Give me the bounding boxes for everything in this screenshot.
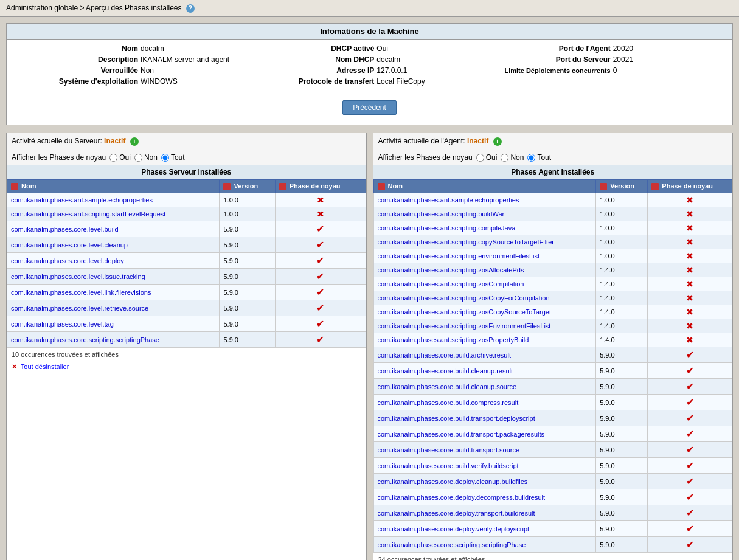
x-icon: ✖	[317, 209, 324, 219]
check-icon: ✔	[686, 539, 694, 550]
phase-nom: com.ikanalm.phases.core.build.transport.…	[373, 442, 596, 458]
machine-panel: Infomations de la Machine Nom docalm DHC…	[6, 23, 733, 125]
phase-version: 5.9.0	[596, 363, 648, 379]
x-icon: ✖	[317, 195, 324, 205]
table-row: com.ikanalm.phases.core.level.cleanup5.9…	[7, 237, 366, 253]
phase-nom: com.ikanalm.phases.ant.scripting.zosCopy…	[373, 291, 596, 305]
phase-noyau: ✖	[648, 333, 732, 347]
table-row: com.ikanalm.phases.core.level.build5.9.0…	[7, 221, 366, 237]
phase-version: 5.9.0	[596, 410, 648, 426]
agent-info-icon[interactable]: i	[493, 137, 502, 146]
server-occurences: 10 occurences trouvées et affichées	[7, 348, 366, 361]
phase-nom: com.ikanalm.phases.core.scripting.script…	[7, 332, 220, 348]
phase-nom: com.ikanalm.phases.ant.scripting.zosProp…	[373, 333, 596, 347]
help-icon[interactable]: ?	[186, 4, 195, 13]
table-row: com.ikanalm.phases.ant.scripting.zosAllo…	[373, 263, 732, 277]
check-icon: ✔	[316, 224, 324, 234]
check-icon: ✔	[686, 381, 694, 392]
port-serveur-label: Port du Serveur	[489, 55, 611, 64]
phase-noyau: ✔	[648, 489, 732, 505]
adresse-ip-label: Adresse IP	[252, 66, 374, 75]
server-info-icon[interactable]: i	[130, 137, 139, 146]
server-desinstaller-link[interactable]: Tout désinstaller	[21, 363, 69, 370]
phase-version: 5.9.0	[220, 221, 275, 237]
agent-col-nom[interactable]: Nom	[373, 180, 596, 193]
table-row: com.ikanalm.phases.core.level.link.filer…	[7, 285, 366, 300]
table-row: com.ikanalm.phases.core.build.transport.…	[373, 410, 732, 426]
protocole-transfert-value: Local FileCopy	[376, 77, 486, 86]
phase-version: 5.9.0	[596, 347, 648, 363]
breadcrumb: Administration globale > Aperçu des Phas…	[0, 0, 739, 17]
table-row: com.ikanalm.phases.ant.scripting.zosEnvi…	[373, 319, 732, 333]
dhcp-value: Oui	[376, 44, 486, 53]
agent-activity-header: Activité actuelle de l'Agent: Inactif i	[373, 133, 733, 150]
agent-col-noyau[interactable]: Phase de noyau	[648, 180, 732, 193]
table-row: com.ikanalm.phases.ant.scripting.buildWa…	[373, 207, 732, 221]
server-filter-tout[interactable]: Tout	[161, 153, 185, 162]
phase-noyau: ✔	[275, 221, 366, 237]
server-filter-non[interactable]: Non	[134, 153, 158, 162]
agent-filter-non[interactable]: Non	[501, 153, 524, 162]
agent-filter-oui[interactable]: Oui	[476, 153, 498, 162]
table-row: com.ikanalm.phases.core.deploy.decompres…	[373, 489, 732, 505]
phase-version: 1.4.0	[596, 305, 648, 319]
check-icon: ✔	[316, 334, 324, 345]
phase-version: 5.9.0	[220, 300, 275, 316]
phase-nom: com.ikanalm.phases.core.build.archive.re…	[373, 347, 596, 363]
phase-nom: com.ikanalm.phases.ant.scripting.zosComp…	[373, 277, 596, 291]
phase-version: 5.9.0	[596, 505, 648, 521]
precedent-button[interactable]: Précédent	[342, 100, 397, 115]
phase-version: 1.4.0	[596, 263, 648, 277]
phase-nom: com.ikanalm.phases.ant.scripting.zosCopy…	[373, 305, 596, 319]
phase-nom: com.ikanalm.phases.core.level.link.filer…	[7, 285, 220, 300]
phase-version: 5.9.0	[596, 521, 648, 537]
server-desinstaller: ✕ Tout désinstaller	[7, 361, 366, 375]
phase-noyau: ✔	[275, 269, 366, 285]
server-col-noyau[interactable]: Phase de noyau	[275, 180, 366, 193]
agent-phase-filter-label: Afficher les Phases de noyau	[378, 153, 473, 162]
phase-nom: com.ikanalm.phases.ant.scripting.zosEnvi…	[373, 319, 596, 333]
phase-version: 1.0.0	[596, 207, 648, 221]
phase-noyau: ✖	[648, 291, 732, 305]
agent-phases-title: Phases Agent installées	[373, 165, 733, 179]
check-icon: ✔	[686, 350, 694, 360]
phase-version: 5.9.0	[596, 458, 648, 474]
server-col-nom[interactable]: Nom	[7, 180, 220, 193]
limite-deploiements-label: Limite Déploiements concurrents	[489, 67, 611, 74]
agent-occurences: 24 occurences trouvées et affichées	[373, 553, 733, 560]
nom-value: docalm	[141, 44, 250, 53]
agent-col-nom-sort-icon	[378, 183, 385, 190]
check-icon: ✔	[686, 444, 694, 455]
phase-nom: com.ikanalm.phases.ant.scripting.environ…	[373, 249, 596, 263]
phase-nom: com.ikanalm.phases.core.build.cleanup.re…	[373, 363, 596, 379]
phase-noyau: ✔	[648, 379, 732, 395]
description-value: IKANALM server and agent	[141, 55, 250, 64]
verrouillee-label: Verrouillée	[16, 66, 138, 75]
agent-col-noyau-sort-icon	[651, 183, 659, 190]
check-icon: ✔	[686, 365, 694, 376]
phase-nom: com.ikanalm.phases.ant.scripting.startLe…	[7, 207, 220, 221]
server-phases-table: Nom Version Phase de noyau com.ikanalm.p	[7, 179, 366, 348]
phase-noyau: ✖	[648, 277, 732, 291]
phase-nom: com.ikanalm.phases.core.level.cleanup	[7, 237, 220, 253]
server-phase-filter-label: Afficher les Phases de noyau	[12, 153, 106, 162]
server-filter-oui[interactable]: Oui	[109, 153, 131, 162]
phase-nom: com.ikanalm.phases.core.level.tag	[7, 316, 220, 332]
table-row: com.ikanalm.phases.core.build.cleanup.so…	[373, 379, 732, 395]
phase-version: 1.0.0	[596, 221, 648, 235]
phase-nom: com.ikanalm.phases.ant.sample.echoproper…	[7, 193, 220, 207]
phase-noyau: ✔	[648, 537, 732, 553]
nom-dhcp-label: Nom DHCP	[252, 55, 374, 64]
agent-filter-tout[interactable]: Tout	[527, 153, 551, 162]
phase-version: 5.9.0	[220, 237, 275, 253]
phase-noyau: ✖	[648, 235, 732, 249]
phase-noyau: ✖	[275, 207, 366, 221]
phase-noyau: ✔	[275, 316, 366, 332]
server-col-version[interactable]: Version	[220, 180, 275, 193]
agent-col-version[interactable]: Version	[596, 180, 648, 193]
phase-noyau: ✖	[648, 221, 732, 235]
table-row: com.ikanalm.phases.core.deploy.cleanup.b…	[373, 474, 732, 489]
phase-version: 5.9.0	[220, 269, 275, 285]
phase-noyau: ✖	[648, 207, 732, 221]
phase-noyau: ✔	[275, 285, 366, 300]
